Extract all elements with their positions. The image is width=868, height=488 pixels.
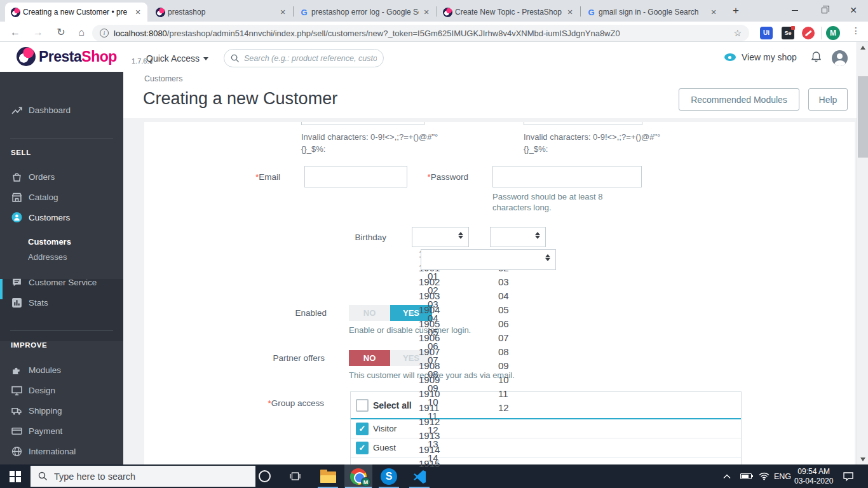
sidebar-item-modules[interactable]: Modules	[0, 360, 123, 380]
sidebar-item-dashboard[interactable]: Dashboard	[0, 100, 123, 120]
help-button[interactable]: Help	[808, 88, 848, 111]
sidebar-item-catalog[interactable]: Catalog	[0, 187, 123, 207]
day-option[interactable]: 04	[428, 311, 438, 325]
day-option[interactable]: 10	[428, 395, 438, 409]
sidebar-item-shipping[interactable]: Shipping	[0, 400, 123, 421]
chrome-button[interactable]: M	[344, 464, 372, 488]
language-indicator[interactable]: ENG	[774, 464, 791, 488]
skype-button[interactable]: S	[375, 464, 403, 488]
tray-chevron-button[interactable]	[723, 464, 731, 488]
day-option[interactable]: 12	[428, 423, 438, 437]
view-my-shop-link[interactable]: View my shop	[724, 52, 797, 62]
partner-no-button[interactable]: NO	[349, 350, 390, 366]
sidebar-item-payment[interactable]: Payment	[0, 421, 123, 441]
month-option[interactable]: 10	[498, 373, 509, 387]
day-option[interactable]: 01	[428, 269, 438, 283]
page-info-icon[interactable]: i	[100, 29, 109, 37]
window-restore-button[interactable]	[810, 0, 839, 20]
birthday-day-select[interactable]	[421, 249, 556, 270]
back-icon[interactable]: ←	[8, 25, 23, 40]
month-option[interactable]: 05	[498, 303, 509, 317]
tab-close-icon[interactable]: ✕	[709, 7, 719, 17]
admin-profile-avatar[interactable]	[832, 50, 848, 66]
day-option[interactable]: 05	[428, 325, 438, 339]
group-row-guest[interactable]: ✓ Guest	[351, 438, 741, 458]
tab-gmail-signin[interactable]: G gmail sign in - Google Search ✕	[581, 3, 723, 22]
file-explorer-button[interactable]	[314, 464, 342, 488]
new-tab-button[interactable]: +	[728, 4, 743, 19]
start-button[interactable]	[0, 464, 31, 488]
month-option[interactable]: 09	[498, 359, 509, 373]
month-option[interactable]: 12	[498, 401, 509, 415]
cortana-button[interactable]	[250, 464, 278, 488]
extension-blocker-icon[interactable]	[802, 27, 815, 39]
day-option[interactable]: 13	[428, 437, 438, 451]
action-center-button[interactable]	[843, 464, 854, 488]
sidebar-item-international[interactable]: International	[0, 441, 123, 461]
admin-search-input[interactable]	[244, 54, 377, 63]
enabled-no-button[interactable]: NO	[349, 305, 390, 321]
reload-icon[interactable]: ↻	[53, 25, 69, 40]
month-option[interactable]: 04	[498, 289, 509, 303]
lastname-field-cutoff[interactable]	[524, 122, 642, 125]
group-row-visitor[interactable]: ✓ Visitor	[351, 419, 741, 438]
month-option[interactable]: 06	[498, 317, 509, 331]
month-option[interactable]: 07	[498, 331, 509, 345]
url-text[interactable]: localhost:8080/prestashop/admin514nnvchi…	[114, 29, 728, 38]
scroll-up-arrow[interactable]	[857, 42, 868, 53]
day-option[interactable]: 02	[428, 283, 438, 297]
sidebar-item-customer-service[interactable]: Customer Service	[0, 272, 123, 292]
tab-close-icon[interactable]: ✕	[278, 7, 288, 17]
browser-menu-icon[interactable]: ⋮	[851, 25, 860, 36]
day-option[interactable]: 03	[428, 297, 438, 311]
select-all-row[interactable]: Select all	[351, 392, 741, 419]
day-option[interactable]: 06	[428, 339, 438, 353]
wifi-indicator[interactable]	[759, 464, 770, 488]
sidebar-subitem-customers[interactable]: Customers	[28, 234, 123, 249]
extension-ui-icon[interactable]: Ui	[760, 27, 773, 39]
admin-search-box[interactable]	[224, 49, 384, 67]
day-option[interactable]: 14	[428, 451, 438, 465]
taskbar-search-input[interactable]	[54, 471, 248, 482]
forward-icon[interactable]: →	[31, 25, 46, 40]
tab-creating-customer[interactable]: Creating a new Customer • pre ✕	[5, 3, 147, 22]
firstname-field-cutoff[interactable]	[301, 122, 424, 125]
clock[interactable]: 09:54 AM03-04-2020	[794, 464, 833, 488]
tab-close-icon[interactable]: ✕	[133, 7, 143, 17]
window-close-button[interactable]: ✕	[839, 0, 868, 20]
sidebar-subitem-addresses[interactable]: Addresses	[28, 249, 123, 264]
scrollbar-thumb[interactable]	[858, 76, 868, 158]
taskbar-search-box[interactable]	[31, 466, 255, 487]
birthday-month-select[interactable]	[490, 227, 546, 247]
password-field[interactable]	[492, 166, 642, 187]
day-option[interactable]: 08	[428, 367, 438, 381]
recommended-modules-button[interactable]: Recommended Modules	[679, 88, 799, 111]
guest-checkbox[interactable]: ✓	[356, 442, 369, 454]
visitor-checkbox[interactable]: ✓	[356, 423, 369, 435]
birthday-year-select[interactable]	[412, 227, 469, 247]
task-view-button[interactable]	[281, 464, 309, 488]
email-field[interactable]	[304, 166, 407, 187]
tab-prestashop[interactable]: prestashop ✕	[150, 3, 292, 22]
tab-close-icon[interactable]: ✕	[565, 7, 575, 17]
notifications-bell-icon[interactable]	[811, 51, 822, 65]
tab-error-log[interactable]: G prestashop error log - Google Se ✕	[294, 3, 436, 22]
extension-se-icon[interactable]: Se	[782, 27, 794, 39]
battery-indicator[interactable]	[740, 464, 752, 488]
sidebar-item-design[interactable]: Design	[0, 380, 123, 400]
month-option[interactable]: 11	[498, 387, 509, 401]
sidebar-item-orders[interactable]: Orders	[0, 166, 123, 187]
month-option[interactable]: 03	[498, 275, 509, 289]
select-all-checkbox[interactable]	[356, 399, 369, 412]
prestashop-brand[interactable]: PrestaShop	[39, 48, 117, 65]
bookmark-star-icon[interactable]: ☆	[733, 28, 742, 38]
tab-close-icon[interactable]: ✕	[421, 7, 431, 17]
address-bar[interactable]: i localhost:8080/prestashop/admin514nnvc…	[92, 25, 749, 41]
quick-access-menu[interactable]: Quick Access	[146, 53, 208, 64]
browser-scrollbar[interactable]	[857, 42, 868, 464]
prestashop-logo-icon[interactable]	[17, 47, 36, 66]
tab-create-topic[interactable]: Create New Topic - PrestaShop F ✕	[437, 3, 580, 22]
sidebar-item-stats[interactable]: Stats	[0, 292, 123, 313]
day-option[interactable]: 07	[428, 353, 438, 367]
day-option[interactable]: 11	[428, 409, 438, 423]
